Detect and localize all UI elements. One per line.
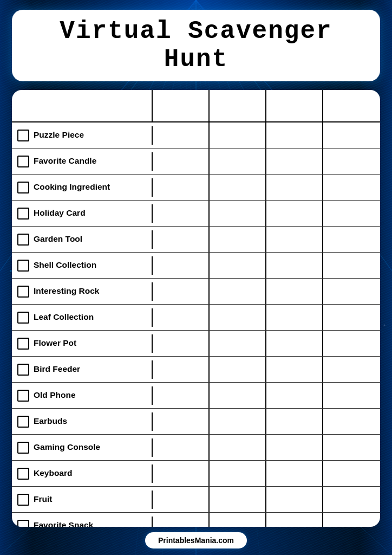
row-4-col-3	[323, 227, 380, 252]
row-15-col-3	[323, 513, 380, 527]
row-2-col-2	[266, 175, 323, 200]
row-9-col-1	[210, 357, 266, 382]
item-label-cell-8: Flower Pot	[12, 334, 153, 353]
row-6-col-3	[323, 279, 380, 304]
table-row: Interesting Rock	[12, 279, 380, 305]
checkbox-6[interactable]	[17, 286, 29, 298]
item-name-1: Favorite Candle	[34, 156, 96, 166]
item-name-12: Gaming Console	[34, 442, 100, 453]
item-label-cell-15: Favorite Snack	[12, 517, 153, 527]
row-3-col-1	[210, 201, 266, 226]
row-5-col-1	[210, 253, 266, 278]
row-4-col-0	[153, 227, 210, 252]
table-row: Old Phone	[12, 383, 380, 409]
checkbox-0[interactable]	[17, 130, 29, 141]
row-12-col-3	[323, 435, 380, 460]
row-7-col-3	[323, 305, 380, 330]
row-13-col-2	[266, 461, 323, 486]
row-11-col-2	[266, 409, 323, 434]
row-10-col-3	[323, 383, 380, 408]
row-15-col-2	[266, 513, 323, 527]
page-title: Virtual Scavenger Hunt	[60, 17, 332, 74]
row-12-col-0	[153, 435, 210, 460]
row-3-col-3	[323, 201, 380, 226]
checkbox-12[interactable]	[17, 442, 29, 454]
item-name-4: Garden Tool	[34, 234, 82, 244]
item-label-cell-1: Favorite Candle	[12, 152, 153, 171]
col-header-4	[323, 90, 380, 122]
row-14-col-3	[323, 487, 380, 512]
row-7-col-0	[153, 305, 210, 330]
row-5-col-3	[323, 253, 380, 278]
checkbox-1[interactable]	[17, 156, 29, 167]
row-6-col-2	[266, 279, 323, 304]
table-row: Fruit	[12, 487, 380, 513]
col-header-3	[266, 90, 323, 122]
item-name-15: Favorite Snack	[34, 520, 93, 527]
main-card: Puzzle PieceFavorite CandleCooking Ingre…	[12, 90, 380, 527]
checkbox-2[interactable]	[17, 182, 29, 193]
row-12-col-1	[210, 435, 266, 460]
checkbox-9[interactable]	[17, 364, 29, 376]
row-2-col-3	[323, 175, 380, 200]
row-4-col-1	[210, 227, 266, 252]
item-label-cell-5: Shell Collection	[12, 256, 153, 275]
row-10-col-0	[153, 383, 210, 408]
row-13-col-3	[323, 461, 380, 486]
checkbox-14[interactable]	[17, 494, 29, 506]
checkbox-7[interactable]	[17, 312, 29, 324]
table-row: Shell Collection	[12, 253, 380, 279]
row-1-col-3	[323, 149, 380, 174]
checkbox-8[interactable]	[17, 338, 29, 350]
item-name-0: Puzzle Piece	[34, 130, 84, 140]
row-3-col-0	[153, 201, 210, 226]
table-container: Puzzle PieceFavorite CandleCooking Ingre…	[12, 90, 380, 527]
row-11-col-3	[323, 409, 380, 434]
table-row: Favorite Snack	[12, 513, 380, 527]
row-11-col-1	[210, 409, 266, 434]
row-2-col-0	[153, 175, 210, 200]
row-5-col-0	[153, 253, 210, 278]
table-row: Bird Feeder	[12, 357, 380, 383]
item-label-cell-11: Earbuds	[12, 412, 153, 431]
checkbox-4[interactable]	[17, 234, 29, 246]
row-10-col-2	[266, 383, 323, 408]
checkbox-15[interactable]	[17, 520, 29, 527]
table-row: Garden Tool	[12, 227, 380, 253]
checkbox-10[interactable]	[17, 390, 29, 402]
footer-text: PrintablesMania.com	[158, 536, 234, 545]
item-name-9: Bird Feeder	[34, 364, 80, 375]
item-label-cell-10: Old Phone	[12, 386, 153, 405]
row-11-col-0	[153, 409, 210, 434]
item-label-cell-2: Cooking Ingredient	[12, 178, 153, 197]
item-name-6: Interesting Rock	[34, 286, 99, 296]
item-label-cell-14: Fruit	[12, 491, 153, 509]
row-14-col-2	[266, 487, 323, 512]
item-label-cell-3: Holiday Card	[12, 204, 153, 223]
item-name-3: Holiday Card	[34, 208, 86, 218]
checkbox-11[interactable]	[17, 416, 29, 428]
table-row: Gaming Console	[12, 435, 380, 461]
table-row: Favorite Candle	[12, 149, 380, 175]
row-0-col-2	[266, 122, 323, 148]
title-box: Virtual Scavenger Hunt	[12, 10, 380, 81]
table-row: Puzzle Piece	[12, 122, 380, 149]
row-15-col-1	[210, 513, 266, 527]
table-row: Earbuds	[12, 409, 380, 435]
footer-bar: PrintablesMania.com	[145, 532, 247, 548]
row-1-col-2	[266, 149, 323, 174]
row-0-col-1	[210, 122, 266, 148]
item-name-14: Fruit	[34, 494, 52, 505]
row-13-col-0	[153, 461, 210, 486]
item-name-5: Shell Collection	[34, 260, 96, 270]
row-7-col-2	[266, 305, 323, 330]
row-8-col-3	[323, 331, 380, 356]
checkbox-3[interactable]	[17, 208, 29, 220]
row-4-col-2	[266, 227, 323, 252]
row-8-col-0	[153, 331, 210, 356]
row-0-col-3	[323, 122, 380, 148]
checkbox-13[interactable]	[17, 468, 29, 480]
checkbox-5[interactable]	[17, 260, 29, 272]
item-name-10: Old Phone	[34, 390, 76, 401]
row-6-col-1	[210, 279, 266, 304]
